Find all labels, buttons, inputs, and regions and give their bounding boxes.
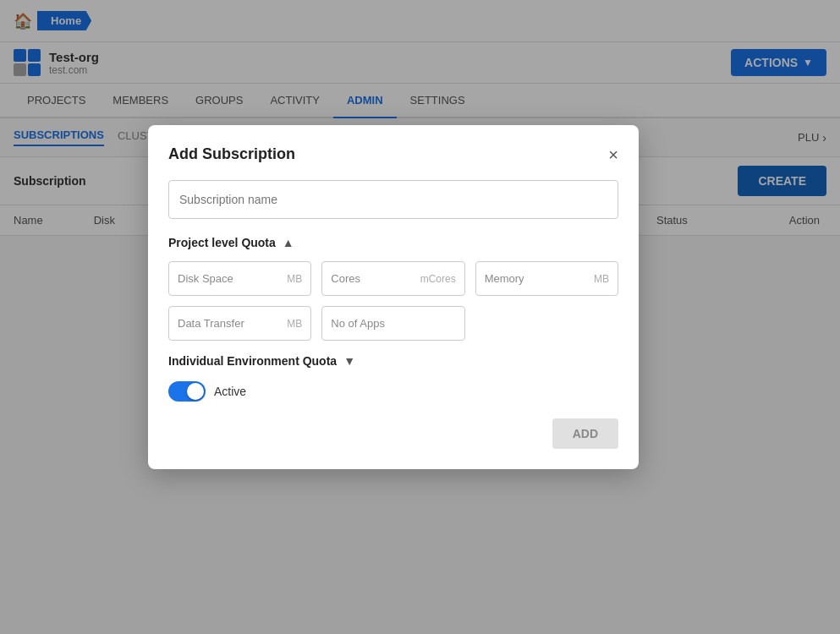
quota-row-1: Disk Space MB Cores mCores Memory MB — [168, 261, 618, 296]
subscription-name-input[interactable] — [168, 180, 618, 219]
memory-unit: MB — [594, 273, 609, 285]
add-button[interactable]: ADD — [552, 418, 618, 449]
project-quota-label: Project level Quota — [168, 236, 276, 249]
modal-footer: ADD — [168, 418, 618, 449]
memory-field[interactable]: Memory MB — [475, 261, 618, 296]
toggle-knob — [187, 383, 204, 400]
data-transfer-field[interactable]: Data Transfer MB — [168, 306, 311, 341]
project-quota-chevron-icon: ▲ — [283, 236, 294, 249]
no-of-apps-label: No of Apps — [331, 317, 385, 330]
cores-unit: mCores — [420, 273, 456, 285]
close-modal-button[interactable]: × — [608, 146, 618, 163]
cores-field[interactable]: Cores mCores — [321, 261, 464, 296]
active-row: Active — [168, 381, 618, 402]
data-transfer-label: Data Transfer — [178, 317, 244, 330]
disk-space-unit: MB — [287, 273, 302, 285]
modal-title: Add Subscription — [168, 145, 295, 163]
disk-space-label: Disk Space — [178, 272, 233, 285]
data-transfer-unit: MB — [287, 318, 302, 330]
individual-quota-section-header[interactable]: Individual Environment Quota ▼ — [168, 354, 618, 368]
add-subscription-modal: Add Subscription × Project level Quota ▲… — [148, 125, 639, 469]
quota-row-2: Data Transfer MB No of Apps — [168, 306, 618, 341]
active-label: Active — [214, 385, 246, 398]
individual-quota-label: Individual Environment Quota — [168, 354, 337, 368]
memory-label: Memory — [485, 272, 524, 285]
no-of-apps-field[interactable]: No of Apps — [321, 306, 464, 341]
project-quota-section-header[interactable]: Project level Quota ▲ — [168, 236, 618, 249]
modal-header: Add Subscription × — [168, 145, 618, 163]
individual-quota-section: Individual Environment Quota ▼ — [168, 354, 618, 368]
disk-space-field[interactable]: Disk Space MB — [168, 261, 311, 296]
individual-quota-chevron-icon: ▼ — [343, 354, 355, 368]
active-toggle[interactable] — [168, 381, 206, 402]
cores-label: Cores — [331, 272, 360, 285]
